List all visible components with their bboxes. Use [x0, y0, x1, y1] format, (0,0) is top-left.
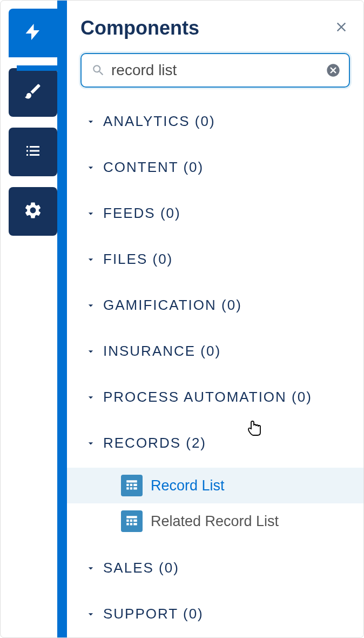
nav-settings-button[interactable]: [9, 187, 57, 236]
table-icon: [121, 510, 143, 532]
category-label: PROCESS AUTOMATION (0): [103, 389, 312, 406]
chevron-down-icon: [85, 116, 97, 128]
category-records[interactable]: RECORDS (2): [80, 428, 350, 458]
chevron-down-icon: [85, 391, 97, 403]
category-gamification[interactable]: GAMIFICATION (0): [80, 290, 350, 320]
chevron-down-icon: [85, 437, 97, 449]
category-analytics[interactable]: ANALYTICS (0): [80, 107, 350, 136]
category-sales[interactable]: SALES (0): [80, 553, 350, 583]
close-icon: [334, 19, 349, 37]
category-support[interactable]: SUPPORT (0): [80, 599, 350, 629]
category-process-automation[interactable]: PROCESS AUTOMATION (0): [80, 382, 350, 412]
chevron-down-icon: [85, 254, 97, 265]
clear-icon: [326, 70, 341, 79]
sidebar-nav: [9, 9, 57, 236]
brush-icon: [23, 82, 43, 103]
component-related-record-list[interactable]: Related Record List: [67, 503, 363, 539]
table-icon: [121, 475, 143, 496]
search-container: [80, 53, 350, 88]
components-panel: Components ANALYTICS (0)CONTENT (0)FEEDS…: [67, 1, 363, 638]
close-panel-button[interactable]: [333, 19, 350, 37]
chevron-down-icon: [85, 608, 97, 620]
chevron-down-icon: [85, 345, 97, 357]
search-input[interactable]: [111, 62, 319, 79]
lightning-icon: [23, 22, 43, 44]
chevron-down-icon: [85, 208, 97, 220]
clear-search-button[interactable]: [326, 63, 341, 78]
category-feeds[interactable]: FEEDS (0): [80, 198, 350, 228]
category-content[interactable]: CONTENT (0): [80, 152, 350, 182]
component-label: Record List: [151, 477, 225, 494]
nav-components-button[interactable]: [9, 9, 57, 57]
category-label: RECORDS (2): [103, 435, 206, 451]
active-indicator-bar: [57, 1, 67, 638]
category-label: ANALYTICS (0): [103, 113, 215, 130]
component-label: Related Record List: [151, 513, 279, 530]
category-label: FILES (0): [103, 251, 173, 268]
gear-icon: [23, 201, 43, 222]
component-record-list[interactable]: Record List: [67, 468, 363, 503]
nav-page-structure-button[interactable]: [9, 128, 57, 176]
chevron-down-icon: [85, 162, 97, 174]
list-icon: [23, 141, 43, 163]
category-label: GAMIFICATION (0): [103, 297, 242, 314]
category-label: FEEDS (0): [103, 205, 181, 222]
nav-theme-button[interactable]: [9, 68, 57, 117]
chevron-down-icon: [85, 562, 97, 574]
category-label: CONTENT (0): [103, 159, 204, 176]
chevron-down-icon: [85, 300, 97, 311]
panel-header: Components: [80, 17, 350, 39]
category-label: SALES (0): [103, 560, 179, 576]
search-icon: [91, 63, 105, 77]
categories-list: ANALYTICS (0)CONTENT (0)FEEDS (0)FILES (…: [80, 107, 350, 638]
panel-title: Components: [80, 17, 199, 39]
category-insurance[interactable]: INSURANCE (0): [80, 336, 350, 366]
category-files[interactable]: FILES (0): [80, 244, 350, 274]
category-label: SUPPORT (0): [103, 606, 204, 622]
category-label: INSURANCE (0): [103, 343, 221, 360]
